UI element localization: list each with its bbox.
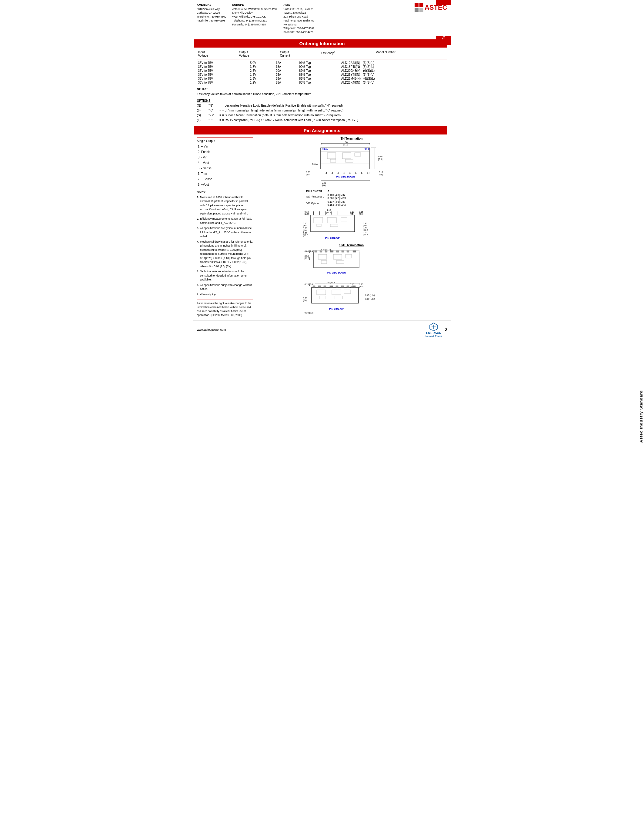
table-header-row: InputVoltage OutputVoltage OutputCurrent… <box>197 50 447 58</box>
table-row: 36V to 75V1.5V25A85% TypALD25M48(N) - (6… <box>197 77 447 80</box>
smt-termination-title: SMT Termination <box>256 244 447 247</box>
logo-cell-4 <box>419 8 423 12</box>
pin-assignments-section: Pin Assignments Single Output + VinEnabl… <box>197 126 447 317</box>
content-area: Ordering Information InputVoltage Output… <box>193 39 451 317</box>
svg-rect-11 <box>343 153 351 159</box>
col-input-voltage: InputVoltage <box>197 50 238 58</box>
svg-text:[8.8]: [8.8] <box>379 174 383 176</box>
svg-rect-12 <box>354 153 361 156</box>
svg-text:0.30: 0.30 <box>303 297 307 299</box>
svg-rect-114 <box>344 290 351 294</box>
table-divider <box>197 59 447 60</box>
svg-text:0.35: 0.35 <box>306 171 310 173</box>
table-row: 36V to 75V1.2V25A83% TypALD25K48(N) - (6… <box>197 80 447 85</box>
th-pin-side-down-svg: 1.30 [3.0] Pin 1 Pin 8 <box>303 141 400 188</box>
pin-length-col1: PIN LENGTH <box>304 189 326 193</box>
svg-text:[8.8]: [8.8] <box>306 174 310 176</box>
list-item: 6.All specifications subject to change w… <box>197 283 253 291</box>
svg-point-21 <box>361 172 363 174</box>
list-item: +Vout <box>201 182 253 188</box>
th-pin-side-up-svg: 0.10 [2.5] 1.10 [27.9] 0.10 [2.5] 0.15 [… <box>303 208 400 242</box>
svg-rect-81 <box>315 251 317 252</box>
svg-rect-87 <box>347 251 349 252</box>
asia-title: ASIA <box>283 3 314 7</box>
option-item: (S):"-S"= = Surface Mount Termination (d… <box>197 113 447 118</box>
logo-cell-3 <box>415 8 419 12</box>
svg-text:1.10 [27.9]: 1.10 [27.9] <box>325 281 335 284</box>
svg-rect-86 <box>341 251 344 252</box>
svg-rect-110 <box>347 286 349 288</box>
svg-text:[3.0]: [3.0] <box>343 143 348 146</box>
svg-rect-85 <box>336 251 339 252</box>
svg-point-20 <box>355 172 357 174</box>
six-option-label: "-6" Option: <box>304 200 326 207</box>
svg-rect-58 <box>341 217 347 221</box>
list-item: Enable <box>201 150 253 155</box>
svg-point-18 <box>343 172 345 174</box>
smt-pin-side-down-svg: 1.30 [33.0] 0.30 [22.9] <box>303 248 400 280</box>
svg-rect-57 <box>327 217 336 223</box>
col-output-current: OutputCurrent <box>279 50 320 58</box>
europe-address: EUROPE Astec House, Waterfront Business … <box>232 3 277 34</box>
list-item: 7.Warranty 1 yr. <box>197 293 253 297</box>
option-item: (L):"L"= = RoHS compliant (RoHS 6) / "Bl… <box>197 118 447 123</box>
footer: www.astecpower.com EMERSON Network Power… <box>193 320 451 339</box>
svg-text:PIN SIDE UP: PIN SIDE UP <box>329 307 344 310</box>
table-row: 36V to 75V1.8V25A88% TypALD25Y48(N) - (6… <box>197 73 447 77</box>
svg-text:PIN SIDE UP: PIN SIDE UP <box>325 236 340 239</box>
pin-diagrams: TH Termination 1.30 [3.0] Pin 1 Pin 8 <box>256 137 447 317</box>
logo-cell-1 <box>415 3 419 7</box>
address-block-group: AMERICAS 5810 Van Allen WayCarlsbad, CA … <box>197 3 415 34</box>
svg-point-17 <box>337 172 339 174</box>
svg-rect-93 <box>336 261 344 264</box>
svg-rect-107 <box>330 286 333 288</box>
svg-text:[22.9]: [22.9] <box>304 257 310 260</box>
svg-rect-112 <box>317 290 326 295</box>
americas-title: AMERICAS <box>197 3 226 7</box>
col-efficiency: Efficiency2 <box>320 50 374 58</box>
notes-heading: Notes: <box>197 190 253 195</box>
astec-logo: ASTEC <box>415 3 447 12</box>
svg-text:0.15: 0.15 <box>359 283 363 285</box>
svg-text:0.30: 0.30 <box>304 255 309 257</box>
svg-rect-59 <box>317 224 321 227</box>
svg-rect-91 <box>346 254 351 258</box>
svg-text:[3.8]: [3.8] <box>359 285 363 288</box>
option-item: (N):"N"= = designates Negative Logic Ena… <box>197 103 447 108</box>
table-row: 36V to 75V5.0V12A91% TypALD12A48(N) - (6… <box>197 61 447 65</box>
svg-rect-56 <box>314 217 323 223</box>
svg-text:[27.9]: [27.9] <box>326 211 332 214</box>
svg-text:[3.8]: [3.8] <box>359 213 363 215</box>
table-row: 36V to 75V3.3V18A90% TypALD18F48(N) - (6… <box>197 65 447 69</box>
svg-rect-106 <box>324 286 326 288</box>
svg-rect-90 <box>333 254 342 259</box>
svg-rect-105 <box>318 286 320 288</box>
footer-right: EMERSON Network Power 2 <box>425 322 447 338</box>
svg-rect-13 <box>330 159 336 162</box>
svg-text:1.10: 1.10 <box>327 209 331 211</box>
col-output-voltage: OutputVoltage <box>238 50 279 58</box>
pin-notes-list: 1.Measured at 20MHz bandwidth with exter… <box>197 195 253 297</box>
disclaimer: Astec reserves the right to make changes… <box>197 299 253 317</box>
th-termination-title: TH Termination <box>256 137 447 140</box>
pin-col-left: Single Output + VinEnable- Vin- Vout- Se… <box>197 137 253 317</box>
svg-text:[7.6]: [7.6] <box>303 229 307 232</box>
svg-rect-88 <box>353 251 356 252</box>
header: AMERICAS 5810 Van Allen WayCarlsbad, CA … <box>193 0 451 36</box>
svg-text:0.10: 0.10 <box>304 211 309 213</box>
emerson-symbol-icon <box>429 322 438 331</box>
logo-area: ASTEC <box>415 3 447 34</box>
svg-rect-113 <box>332 290 341 295</box>
svg-text:0.60 [15.2]: 0.60 [15.2] <box>365 298 375 300</box>
svg-text:0.19: 0.19 <box>379 171 383 173</box>
asia-text: Units 2111-2116, Level 21Tower1, Metropl… <box>283 7 314 34</box>
ordering-data-table: 36V to 75V5.0V12A91% TypALD12A48(N) - (6… <box>197 61 447 85</box>
americas-text: 5810 Van Allen WayCarlsbad, CA 92008Tele… <box>197 7 226 23</box>
notes-label: NOTES: <box>197 87 447 92</box>
options-label: OPTIONS <box>197 98 447 103</box>
list-item: 1.Measured at 20MHz bandwidth with exter… <box>197 195 253 216</box>
svg-text:0.10: 0.10 <box>350 283 354 285</box>
logo-grid <box>415 3 424 12</box>
list-item: 3.All specifications are typical at nomi… <box>197 226 253 239</box>
single-output-label: Single Output <box>197 139 253 143</box>
